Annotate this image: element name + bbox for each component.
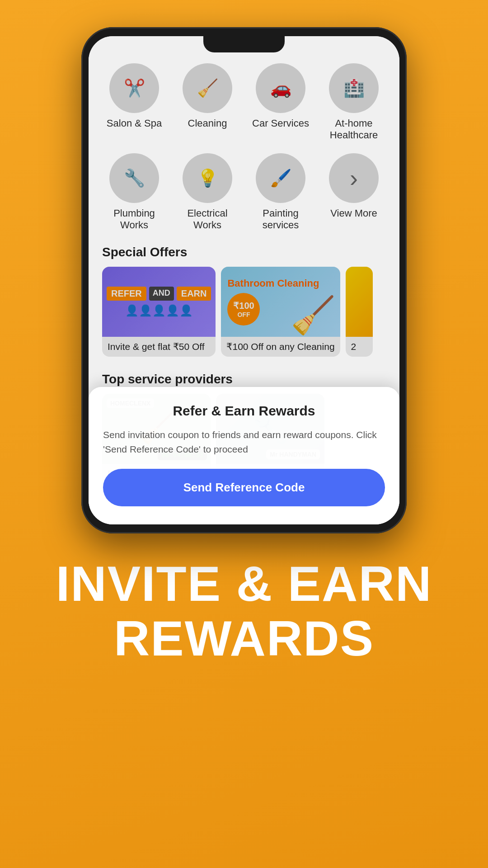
refer-badge: REFER AND EARN <box>107 287 211 301</box>
category-row-top: ✂️ Salon & Spa 🧹 Cleaning 🚗 Car Services… <box>98 59 390 149</box>
car-icon: 🚗 <box>256 63 305 113</box>
refer-badge-earn: EARN <box>177 287 211 301</box>
more-label: View More <box>330 208 377 219</box>
healthcare-label: At-home Healthcare <box>322 118 385 142</box>
bathroom-discount-label: OFF <box>237 311 250 318</box>
refer-people: 👤👤👤👤👤 <box>125 304 193 317</box>
modal-overlay: Refer & Earn Rewards Send invitation cou… <box>89 387 399 524</box>
cleaning-label: Cleaning <box>188 118 227 129</box>
car-label: Car Services <box>252 118 309 129</box>
third-card-caption: 2 <box>346 337 373 357</box>
electrical-label: Electrical Works <box>176 208 239 231</box>
category-item-plumbing[interactable]: 🔧 Plumbing Works <box>103 153 166 231</box>
bathroom-discount-badge: ₹100 OFF <box>227 293 260 326</box>
category-item-cleaning[interactable]: 🧹 Cleaning <box>176 63 239 142</box>
refer-card-caption: Invite & get flat ₹50 Off <box>102 337 216 357</box>
plumbing-icon: 🔧 <box>109 153 159 203</box>
offer-card-third: 2 <box>346 267 373 357</box>
painting-label: Painting services <box>249 208 312 231</box>
refer-badge-and: AND <box>149 287 174 301</box>
category-item-electrical[interactable]: 💡 Electrical Works <box>176 153 239 231</box>
cleaning-icon: 🧹 <box>183 63 232 113</box>
modal-title: Refer & Earn Rewards <box>103 403 385 419</box>
offer-card-refer[interactable]: REFER AND EARN 👤👤👤👤👤 Invite & get flat ₹… <box>102 267 216 357</box>
category-item-more[interactable]: › View More <box>322 153 385 231</box>
offer-card-bathroom[interactable]: Bathroom Cleaning ₹100 OFF 🧹 ₹100 Off on… <box>221 267 340 357</box>
special-offers-heading: Special Offers <box>98 241 390 267</box>
notch <box>203 36 285 52</box>
offer-card-third-image <box>346 267 373 337</box>
offer-card-bathroom-image: Bathroom Cleaning ₹100 OFF 🧹 <box>221 267 340 337</box>
category-item-healthcare[interactable]: 🏥 At-home Healthcare <box>322 63 385 142</box>
app-content: ✂️ Salon & Spa 🧹 Cleaning 🚗 Car Services… <box>89 36 399 524</box>
offer-card-refer-image: REFER AND EARN 👤👤👤👤👤 <box>102 267 216 337</box>
healthcare-icon: 🏥 <box>329 63 379 113</box>
bathroom-discount-amount: ₹100 <box>233 300 254 311</box>
refer-card-content: REFER AND EARN 👤👤👤👤👤 <box>102 267 216 337</box>
category-row-bottom: 🔧 Plumbing Works 💡 Electrical Works 🖌️ P… <box>98 149 390 241</box>
cleaning-person-icon: 🧹 <box>291 294 336 337</box>
offers-row: REFER AND EARN 👤👤👤👤👤 Invite & get flat ₹… <box>98 267 390 357</box>
bottom-promo-line1: INVITE & EARN REWARDS <box>56 556 432 665</box>
painting-icon: 🖌️ <box>256 153 305 203</box>
salon-icon: ✂️ <box>109 63 159 113</box>
phone-screen: ✂️ Salon & Spa 🧹 Cleaning 🚗 Car Services… <box>89 36 399 524</box>
bottom-promo-text: INVITE & EARN REWARDS <box>29 556 460 665</box>
refer-badge-refer: REFER <box>107 287 146 301</box>
phone-shell: ✂️ Salon & Spa 🧹 Cleaning 🚗 Car Services… <box>81 27 407 533</box>
bathroom-card-caption: ₹100 Off on any Cleaning <box>221 337 340 357</box>
send-reference-code-button[interactable]: Send Reference Code <box>103 469 385 506</box>
electrical-icon: 💡 <box>183 153 232 203</box>
plumbing-label: Plumbing Works <box>103 208 166 231</box>
category-item-painting[interactable]: 🖌️ Painting services <box>249 153 312 231</box>
salon-label: Salon & Spa <box>107 118 162 129</box>
modal-description: Send invitation coupon to friends and ea… <box>103 428 385 456</box>
bathroom-title: Bathroom Cleaning <box>227 278 319 289</box>
more-icon: › <box>329 153 379 203</box>
category-item-car[interactable]: 🚗 Car Services <box>249 63 312 142</box>
category-item-salon[interactable]: ✂️ Salon & Spa <box>103 63 166 142</box>
